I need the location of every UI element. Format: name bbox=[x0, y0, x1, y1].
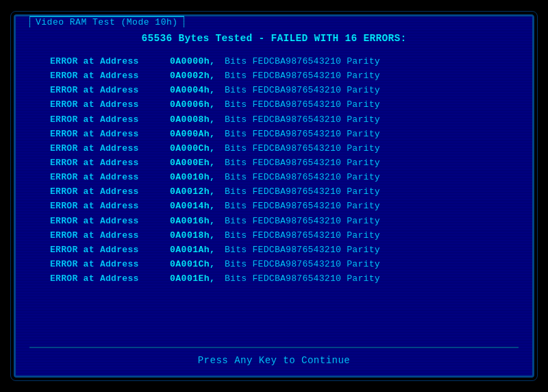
table-row: ERROR at Address0A001Ah,Bits FEDCBA98765… bbox=[29, 243, 519, 257]
error-address: 0A0016h, bbox=[170, 215, 225, 228]
error-bits: Bits FEDCBA9876543210 Parity bbox=[225, 229, 380, 243]
error-address: 0A0014h, bbox=[170, 199, 225, 213]
error-address: 0A001Ch, bbox=[170, 258, 225, 271]
error-address: 0A000Ah, bbox=[170, 127, 225, 141]
table-row: ERROR at Address0A001Eh,Bits FEDCBA98765… bbox=[29, 272, 519, 286]
error-bits: Bits FEDCBA9876543210 Parity bbox=[225, 243, 380, 257]
error-label: ERROR at Address bbox=[50, 127, 170, 141]
error-list: ERROR at Address0A0000h,Bits FEDCBA98765… bbox=[29, 55, 519, 340]
footer-bar[interactable]: Press Any Key to Continue bbox=[29, 347, 519, 366]
error-bits: Bits FEDCBA9876543210 Parity bbox=[225, 272, 380, 286]
table-row: ERROR at Address0A0008h,Bits FEDCBA98765… bbox=[29, 113, 519, 127]
error-bits: Bits FEDCBA9876543210 Parity bbox=[225, 113, 380, 127]
error-label: ERROR at Address bbox=[50, 113, 170, 127]
error-label: ERROR at Address bbox=[50, 185, 170, 199]
table-row: ERROR at Address0A000Eh,Bits FEDCBA98765… bbox=[29, 156, 519, 170]
error-address: 0A0008h, bbox=[170, 113, 225, 127]
error-address: 0A000Ch, bbox=[170, 142, 225, 156]
error-label: ERROR at Address bbox=[50, 171, 170, 184]
error-bits: Bits FEDCBA9876543210 Parity bbox=[225, 199, 380, 213]
table-row: ERROR at Address0A0012h,Bits FEDCBA98765… bbox=[29, 185, 519, 199]
table-row: ERROR at Address0A0014h,Bits FEDCBA98765… bbox=[29, 199, 519, 213]
error-label: ERROR at Address bbox=[50, 229, 170, 243]
error-bits: Bits FEDCBA9876543210 Parity bbox=[225, 215, 380, 228]
error-address: 0A0002h, bbox=[170, 69, 225, 83]
table-row: ERROR at Address0A0004h,Bits FEDCBA98765… bbox=[29, 84, 519, 97]
error-bits: Bits FEDCBA9876543210 Parity bbox=[225, 127, 380, 141]
error-label: ERROR at Address bbox=[50, 258, 170, 271]
error-bits: Bits FEDCBA9876543210 Parity bbox=[225, 142, 380, 156]
error-address: 0A001Eh, bbox=[170, 272, 225, 286]
error-label: ERROR at Address bbox=[50, 142, 170, 156]
error-bits: Bits FEDCBA9876543210 Parity bbox=[225, 84, 380, 97]
error-label: ERROR at Address bbox=[50, 272, 170, 286]
error-label: ERROR at Address bbox=[50, 156, 170, 170]
error-bits: Bits FEDCBA9876543210 Parity bbox=[225, 69, 380, 83]
table-row: ERROR at Address0A000Ah,Bits FEDCBA98765… bbox=[29, 127, 519, 141]
table-row: ERROR at Address0A0018h,Bits FEDCBA98765… bbox=[29, 229, 519, 243]
error-label: ERROR at Address bbox=[50, 98, 170, 112]
error-bits: Bits FEDCBA9876543210 Parity bbox=[225, 98, 380, 112]
error-address: 0A0004h, bbox=[170, 84, 225, 97]
error-label: ERROR at Address bbox=[50, 243, 170, 257]
error-address: 0A0006h, bbox=[170, 98, 225, 112]
table-row: ERROR at Address0A0000h,Bits FEDCBA98765… bbox=[29, 55, 519, 69]
error-address: 0A0010h, bbox=[170, 171, 225, 184]
error-bits: Bits FEDCBA9876543210 Parity bbox=[225, 171, 380, 184]
error-bits: Bits FEDCBA9876543210 Parity bbox=[225, 55, 380, 69]
table-row: ERROR at Address0A0002h,Bits FEDCBA98765… bbox=[29, 69, 519, 83]
table-row: ERROR at Address0A001Ch,Bits FEDCBA98765… bbox=[29, 258, 519, 271]
error-label: ERROR at Address bbox=[50, 84, 170, 97]
table-row: ERROR at Address0A0016h,Bits FEDCBA98765… bbox=[29, 215, 519, 228]
error-label: ERROR at Address bbox=[50, 199, 170, 213]
screen-title: Video RAM Test (Mode 10h) bbox=[36, 17, 178, 27]
title-bar: Video RAM Test (Mode 10h) bbox=[29, 16, 184, 27]
error-bits: Bits FEDCBA9876543210 Parity bbox=[225, 156, 380, 170]
table-row: ERROR at Address0A0006h,Bits FEDCBA98765… bbox=[29, 98, 519, 112]
error-bits: Bits FEDCBA9876543210 Parity bbox=[225, 185, 380, 199]
continue-prompt[interactable]: Press Any Key to Continue bbox=[198, 355, 351, 366]
error-address: 0A001Ah, bbox=[170, 243, 225, 257]
main-content: 65536 Bytes Tested - FAILED WITH 16 ERRO… bbox=[29, 33, 519, 340]
crt-screen: Video RAM Test (Mode 10h) 65536 Bytes Te… bbox=[14, 14, 534, 378]
error-label: ERROR at Address bbox=[50, 55, 170, 69]
table-row: ERROR at Address0A0010h,Bits FEDCBA98765… bbox=[29, 171, 519, 184]
error-address: 0A000Eh, bbox=[170, 156, 225, 170]
error-bits: Bits FEDCBA9876543210 Parity bbox=[225, 258, 380, 271]
table-row: ERROR at Address0A000Ch,Bits FEDCBA98765… bbox=[29, 142, 519, 156]
error-label: ERROR at Address bbox=[50, 69, 170, 83]
test-result-header: 65536 Bytes Tested - FAILED WITH 16 ERRO… bbox=[29, 33, 519, 44]
error-label: ERROR at Address bbox=[50, 215, 170, 228]
error-address: 0A0018h, bbox=[170, 229, 225, 243]
error-address: 0A0012h, bbox=[170, 185, 225, 199]
error-address: 0A0000h, bbox=[170, 55, 225, 69]
